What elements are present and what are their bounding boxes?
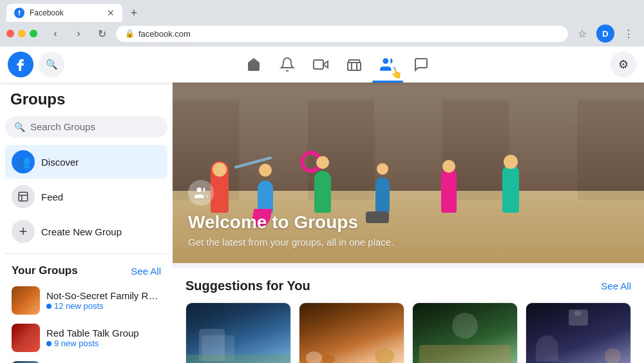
group-item-red-table[interactable]: Red Table Talk Group 9 new posts xyxy=(5,320,167,356)
nav-notifications-button[interactable] xyxy=(272,49,303,80)
hero-subtitle: Get the latest from your groups, all in … xyxy=(188,237,629,248)
active-tab[interactable]: f Facebook ✕ xyxy=(6,4,122,22)
back-button[interactable]: ‹ xyxy=(46,25,64,43)
facebook-logo[interactable] xyxy=(8,52,33,77)
group-info-2: Red Table Talk Group 9 new posts xyxy=(46,328,161,348)
reload-button[interactable]: ↻ xyxy=(93,25,111,43)
svg-point-5 xyxy=(383,58,388,64)
search-groups-placeholder: Search Groups xyxy=(30,121,95,132)
browser-controls-bar: ‹ › ↻ 🔒 facebook.com ☆ D ⋮ xyxy=(0,22,644,46)
svg-rect-1 xyxy=(314,60,323,69)
tab-bar: f Facebook ✕ + xyxy=(0,0,644,22)
suggestion-card-photography[interactable]: Travel Photography for Beginners 77K Mem… xyxy=(526,302,631,363)
sidebar: Groups 🔍 Search Groups 👥 Discover Feed +… xyxy=(0,83,173,363)
nav-home-button[interactable] xyxy=(238,49,269,80)
right-content: Welcome to Groups Get the latest from yo… xyxy=(173,83,644,363)
svg-rect-2 xyxy=(348,63,361,70)
minimize-traffic-light[interactable] xyxy=(18,30,26,37)
lock-icon: 🔒 xyxy=(125,29,135,38)
nav-search-button[interactable]: 🔍 xyxy=(39,52,64,77)
suggestion-card-recipes[interactable]: Old World Recipes 154K Members · 10+ pos… xyxy=(299,302,404,363)
user-avatar[interactable]: D xyxy=(596,25,614,43)
menu-button[interactable]: ⋮ xyxy=(620,25,638,43)
new-tab-button[interactable]: + xyxy=(125,4,143,22)
hero-section: Welcome to Groups Get the latest from yo… xyxy=(173,83,644,263)
hero-groups-icon xyxy=(188,180,214,206)
app: 🔍 👆 ⚙ xyxy=(0,46,644,363)
suggestions-header: Suggestions for You See All xyxy=(185,279,631,293)
svg-point-9 xyxy=(197,188,202,192)
card-image-party xyxy=(413,303,517,363)
group-posts-1: 12 new posts xyxy=(46,301,161,311)
search-icon: 🔍 xyxy=(14,122,25,132)
nav-messenger-button[interactable] xyxy=(406,49,437,80)
settings-button[interactable]: ⚙ xyxy=(611,52,636,77)
suggestions-title: Suggestions for You xyxy=(185,279,310,293)
cursor-hand: 👆 xyxy=(391,68,402,79)
group-name-2: Red Table Talk Group xyxy=(46,328,161,338)
sidebar-item-feed[interactable]: Feed xyxy=(5,180,167,213)
nav-video-button[interactable] xyxy=(305,49,336,80)
sidebar-divider xyxy=(5,253,167,254)
card-image-photography xyxy=(526,303,630,363)
group-info-1: Not-So-Secret Family Recipes 12 new post… xyxy=(46,290,161,311)
svg-rect-6 xyxy=(19,192,28,201)
group-posts-2: 9 new posts xyxy=(46,338,161,348)
nav-groups-button[interactable]: 👆 xyxy=(372,49,403,80)
tab-favicon: f xyxy=(14,8,24,18)
your-groups-title: Your Groups xyxy=(12,264,78,277)
sidebar-discover-label: Discover xyxy=(41,157,79,168)
suggestions-section: Suggestions for You See All xyxy=(173,268,644,363)
group-thumb-2 xyxy=(12,324,40,352)
sidebar-item-create-group[interactable]: + Create New Group xyxy=(5,215,167,248)
sidebar-item-discover[interactable]: 👥 Discover xyxy=(5,145,167,179)
top-nav: 🔍 👆 ⚙ xyxy=(0,46,644,83)
group-item-rock-climb[interactable]: Ready to Rock (Climb)! 1 new post xyxy=(5,357,167,363)
suggestion-card-party[interactable]: Party Recipes Your Friends Will Love 9K … xyxy=(412,302,518,363)
sidebar-title: Groups xyxy=(5,90,167,116)
card-image-recipes xyxy=(299,303,404,363)
star-button[interactable]: ☆ xyxy=(573,25,591,43)
create-group-icon: + xyxy=(12,220,35,243)
card-image-travel xyxy=(186,303,290,363)
search-icon: 🔍 xyxy=(46,59,58,70)
nav-right-actions: ⚙ xyxy=(611,52,636,77)
tab-close-button[interactable]: ✕ xyxy=(107,8,115,18)
browser-chrome: f Facebook ✕ + ‹ › ↻ 🔒 facebook.com ☆ D … xyxy=(0,0,644,46)
close-traffic-light[interactable] xyxy=(6,30,14,37)
maximize-traffic-light[interactable] xyxy=(30,30,37,37)
address-bar[interactable]: 🔒 facebook.com xyxy=(116,26,568,42)
sidebar-create-group-label: Create New Group xyxy=(41,226,122,237)
your-groups-see-all[interactable]: See All xyxy=(131,266,161,277)
feed-icon xyxy=(12,185,35,208)
svg-marker-0 xyxy=(323,61,328,68)
main-content: Groups 🔍 Search Groups 👥 Discover Feed +… xyxy=(0,83,644,363)
hero-title: Welcome to Groups xyxy=(188,212,629,233)
suggestions-see-all[interactable]: See All xyxy=(601,280,631,291)
sidebar-feed-label: Feed xyxy=(41,191,63,202)
suggestions-grid: Unlikely Travel Destinations 1.2K Member… xyxy=(185,302,631,363)
tab-title: Facebook xyxy=(30,8,64,17)
traffic-lights xyxy=(6,30,37,37)
search-groups-box[interactable]: 🔍 Search Groups xyxy=(5,116,167,137)
group-name-1: Not-So-Secret Family Recipes xyxy=(46,290,161,301)
nav-center-icons: 👆 xyxy=(64,49,611,80)
your-groups-header: Your Groups See All xyxy=(5,259,167,282)
url-text: facebook.com xyxy=(138,29,191,39)
forward-button[interactable]: › xyxy=(70,25,88,43)
suggestion-card-travel[interactable]: Unlikely Travel Destinations 1.2K Member… xyxy=(185,302,291,363)
hero-overlay: Welcome to Groups Get the latest from yo… xyxy=(173,167,644,263)
group-thumb-1 xyxy=(12,286,40,315)
group-item-family-recipes[interactable]: Not-So-Secret Family Recipes 12 new post… xyxy=(5,282,167,319)
discover-icon: 👥 xyxy=(12,150,35,173)
nav-marketplace-button[interactable] xyxy=(339,49,370,80)
